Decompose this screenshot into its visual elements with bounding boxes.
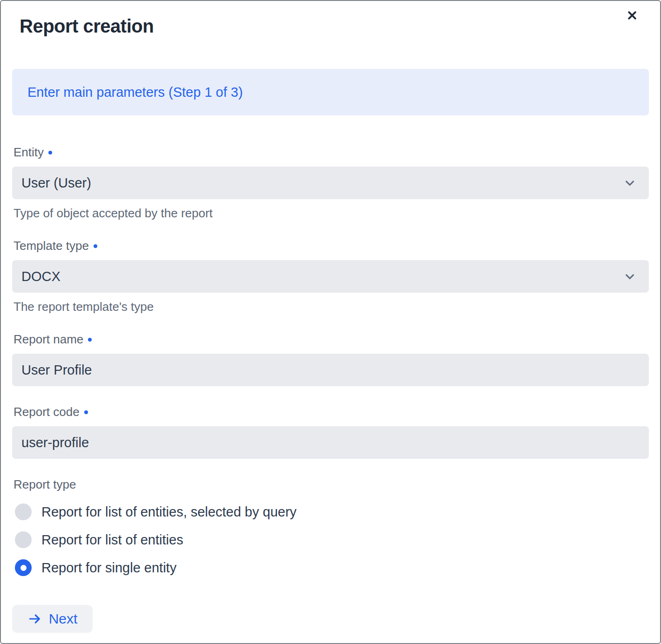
- arrow-right-icon: [27, 611, 42, 626]
- step-banner-text: Enter main parameters (Step 1 of 3): [27, 85, 243, 100]
- report-name-label: Report name: [13, 332, 649, 346]
- dialog-title: Report creation: [20, 15, 649, 37]
- report-code-label-text: Report code: [13, 405, 80, 419]
- chevron-down-icon: [623, 176, 637, 190]
- radio-button-icon: [15, 503, 32, 520]
- template-type-label-text: Template type: [13, 239, 89, 253]
- entity-select[interactable]: User (User): [12, 167, 649, 199]
- required-indicator: [94, 244, 97, 248]
- dialog-header: Report creation: [12, 1, 649, 37]
- entity-helper-text: Type of object accepted by the report: [13, 206, 649, 220]
- close-button[interactable]: [620, 4, 644, 28]
- report-name-label-text: Report name: [13, 332, 83, 346]
- radio-option-single-entity[interactable]: Report for single entity: [12, 554, 649, 582]
- report-creation-dialog: Report creation Enter main parameters (S…: [0, 0, 661, 644]
- template-type-helper-text: The report template's type: [13, 300, 649, 314]
- entity-label-text: Entity: [13, 145, 44, 159]
- radio-button-icon: [15, 559, 32, 576]
- radio-option-label: Report for single entity: [41, 560, 176, 576]
- step-banner: Enter main parameters (Step 1 of 3): [12, 69, 649, 115]
- report-code-input-value: user-profile: [21, 435, 637, 450]
- next-button[interactable]: Next: [12, 605, 93, 633]
- entity-select-value: User (User): [21, 175, 623, 191]
- report-code-field-section: Report code user-profile: [12, 405, 649, 459]
- template-type-select-value: DOCX: [21, 269, 623, 284]
- report-type-group: Report type Report for list of entities,…: [12, 477, 649, 582]
- entity-field-section: Entity User (User) Type of object accept…: [12, 145, 649, 220]
- report-name-input-value: User Profile: [21, 362, 637, 378]
- report-type-group-label: Report type: [13, 477, 649, 491]
- radio-option-label: Report for list of entities: [41, 532, 183, 548]
- radio-option-list-by-query[interactable]: Report for list of entities, selected by…: [12, 498, 649, 526]
- report-name-input[interactable]: User Profile: [12, 354, 649, 386]
- template-type-field-section: Template type DOCX The report template's…: [12, 239, 649, 314]
- radio-option-label: Report for list of entities, selected by…: [41, 504, 297, 520]
- report-code-label: Report code: [13, 405, 649, 419]
- entity-label: Entity: [13, 145, 649, 159]
- radio-option-list-of-entities[interactable]: Report for list of entities: [12, 526, 649, 554]
- required-indicator: [84, 410, 88, 414]
- close-icon: [625, 8, 639, 24]
- required-indicator: [48, 151, 52, 154]
- next-button-label: Next: [49, 611, 78, 627]
- radio-button-icon: [15, 531, 32, 548]
- required-indicator: [88, 338, 92, 342]
- template-type-select[interactable]: DOCX: [12, 260, 649, 293]
- template-type-label: Template type: [13, 239, 649, 253]
- report-code-input[interactable]: user-profile: [12, 426, 649, 459]
- chevron-down-icon: [623, 269, 637, 283]
- report-name-field-section: Report name User Profile: [12, 332, 649, 386]
